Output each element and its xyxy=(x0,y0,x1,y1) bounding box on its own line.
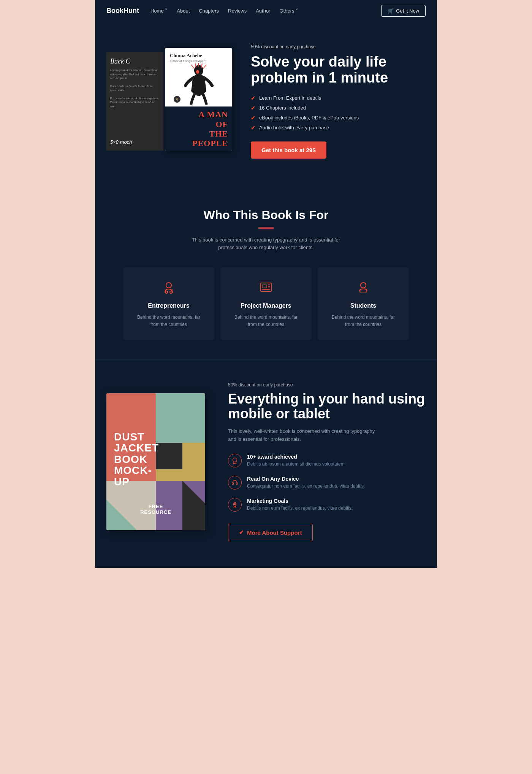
feature-item-4: ✔ Audio book with every purchase xyxy=(251,125,426,131)
mobile-feature-3-text: Marketing Goals Debitis non eum facilis,… xyxy=(247,498,353,511)
mobile-feature-2: Read On Any Device Consequatur non eum f… xyxy=(228,476,426,490)
cart-icon: 🛒 xyxy=(388,8,394,14)
book-author-subtitle: author of Things Fall Apart xyxy=(170,59,227,63)
nav-author[interactable]: Author xyxy=(256,8,270,14)
more-about-support-button[interactable]: ✔ More About Support xyxy=(228,524,313,541)
nav-chapters[interactable]: Chapters xyxy=(199,8,219,14)
award-icon-wrap xyxy=(228,454,242,467)
book-author-name: Chinua Achebe xyxy=(170,52,227,59)
hero-features-list: ✔ Learn From Expert in details ✔ 16 Chap… xyxy=(251,95,426,131)
nav-home[interactable]: Home ˅ xyxy=(150,8,168,14)
hero-title: Solve your daily life problem in 1 minut… xyxy=(251,54,426,86)
hero-content: 50% discount on early purchase Solve you… xyxy=(251,44,426,159)
mobile-feature-list: 10+ award achieved Debitis ab ipsum a au… xyxy=(228,454,426,512)
book-front-top: Chinua Achebe author of Things Fall Apar… xyxy=(165,48,232,106)
rocket-icon-wrap xyxy=(228,498,242,512)
book-back-lorem: Lorem ipsum dolor sit amet, consectetur … xyxy=(110,68,160,108)
svg-point-8 xyxy=(165,291,168,293)
card-students-text: Behind the word mountains, far from the … xyxy=(327,314,400,328)
who-section-title: Who This Book Is For xyxy=(110,208,422,222)
students-icon xyxy=(327,281,400,297)
book-back: Back C Lorem ipsum dolor sit amet, conse… xyxy=(106,52,163,151)
svg-marker-20 xyxy=(156,393,205,443)
card-project-managers: Project Managers Behind the word mountai… xyxy=(220,267,312,340)
nav-links: Home ˅ About Chapters Reviews Author Oth… xyxy=(150,8,381,14)
card-pm-text: Behind the word mountains, far from the … xyxy=(230,314,302,328)
mobile-content: 50% discount on early purchase Everythin… xyxy=(228,382,426,542)
check-icon-1: ✔ xyxy=(251,95,255,101)
mobile-description: This lovely, well-written book is concer… xyxy=(228,428,380,443)
book-back-price: 5×8 moch xyxy=(110,139,160,145)
feature-item-3: ✔ eBook includes iBooks, PDF & ePub vers… xyxy=(251,115,426,121)
who-cards-row: Entrepreneurs Behind the word mountains,… xyxy=(110,267,422,340)
dust-jacket-book: DUSTJACKETBOOKMOCK-UP FREERESOURCE xyxy=(106,393,205,530)
check-icon-3: ✔ xyxy=(251,115,255,121)
mobile-feature-2-text: Read On Any Device Consequatur non eum f… xyxy=(247,476,365,489)
svg-rect-29 xyxy=(236,483,238,485)
device-icon-wrap xyxy=(228,476,242,490)
feature-item-1: ✔ Learn From Expert in details xyxy=(251,95,426,101)
hero-section: Back C Lorem ipsum dolor sit amet, conse… xyxy=(95,21,437,181)
svg-line-1 xyxy=(191,65,194,68)
nav-others[interactable]: Others ˅ xyxy=(279,8,298,14)
get-it-now-button[interactable]: 🛒 Get it Now xyxy=(381,5,426,17)
feature-item-2: ✔ 16 Chapters included xyxy=(251,105,426,111)
nav-reviews[interactable]: Reviews xyxy=(228,8,247,14)
card-students: Students Behind the word mountains, far … xyxy=(318,267,409,340)
card-entrepreneurs-title: Entrepreneurs xyxy=(132,302,205,309)
dust-jacket-title: DUSTJACKETBOOKMOCK-UP xyxy=(114,431,159,487)
headphones-icon xyxy=(231,479,238,486)
svg-point-30 xyxy=(234,504,236,505)
book-figure-svg xyxy=(182,63,216,105)
dust-jacket-wrap: DUSTJACKETBOOKMOCK-UP FREERESOURCE xyxy=(106,393,213,530)
navbar: BookHunt Home ˅ About Chapters Reviews A… xyxy=(95,0,437,21)
dust-jacket-subtitle: FREERESOURCE xyxy=(114,504,198,515)
logo[interactable]: BookHunt xyxy=(106,7,139,15)
card-entrepreneurs-text: Behind the word mountains, far from the … xyxy=(132,314,205,328)
svg-point-9 xyxy=(170,291,172,293)
mobile-section: DUSTJACKETBOOKMOCK-UP FREERESOURCE 50% d… xyxy=(95,359,437,568)
mobile-feature-3: Marketing Goals Debitis non eum facilis,… xyxy=(228,498,426,512)
nav-about[interactable]: About xyxy=(177,8,190,14)
book-back-title: Back C xyxy=(110,57,160,65)
book-front: Chinua Achebe author of Things Fall Apar… xyxy=(165,48,232,151)
project-managers-icon xyxy=(230,281,302,297)
book-display: Back C Lorem ipsum dolor sit amet, conse… xyxy=(106,48,236,154)
who-section: Who This Book Is For This book is concer… xyxy=(95,181,437,359)
hero-discount-text: 50% discount on early purchase xyxy=(251,44,426,49)
mobile-discount-text: 50% discount on early purchase xyxy=(228,382,426,388)
hero-cta-button[interactable]: Get this book at 29$ xyxy=(251,141,326,159)
section-divider xyxy=(258,227,274,229)
book-illustration: 🐧 xyxy=(170,63,227,105)
svg-rect-11 xyxy=(262,285,267,288)
book-front-title: A MANOFTHEPEOPLE xyxy=(165,106,232,151)
svg-rect-28 xyxy=(232,483,234,485)
svg-line-5 xyxy=(203,65,206,68)
svg-point-27 xyxy=(233,458,237,462)
mobile-title: Everything in your hand using mobile or … xyxy=(228,391,426,421)
mobile-feature-1-text: 10+ award achieved Debitis ab ipsum a au… xyxy=(247,454,345,467)
card-entrepreneurs: Entrepreneurs Behind the word mountains,… xyxy=(123,267,214,340)
card-pm-title: Project Managers xyxy=(230,302,302,309)
svg-point-7 xyxy=(166,283,171,288)
award-icon xyxy=(231,457,238,464)
svg-point-6 xyxy=(196,70,199,74)
entrepreneurs-icon xyxy=(132,281,205,297)
mobile-feature-1: 10+ award achieved Debitis ab ipsum a au… xyxy=(228,454,426,467)
check-icon-2: ✔ xyxy=(251,105,255,111)
who-section-description: This book is concerned with creating typ… xyxy=(182,236,350,252)
book-publisher-logo: 🐧 xyxy=(174,96,180,103)
card-students-title: Students xyxy=(327,302,400,309)
check-icon-4: ✔ xyxy=(251,125,255,131)
svg-marker-22 xyxy=(156,443,182,469)
check-icon-support: ✔ xyxy=(239,529,244,536)
rocket-icon xyxy=(231,501,238,508)
